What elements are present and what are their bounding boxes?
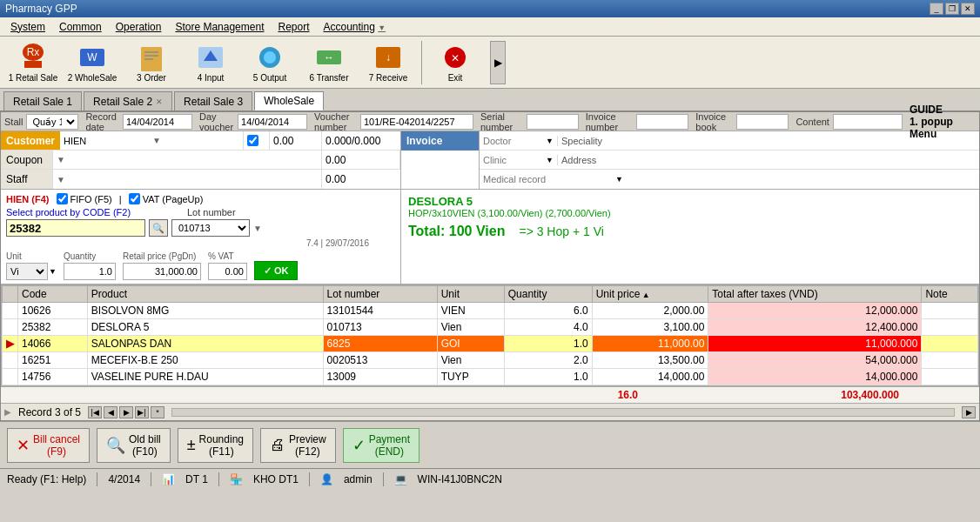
retail-price-input[interactable] bbox=[123, 263, 201, 280]
preview-btn[interactable]: 🖨 Preview (F12) bbox=[260, 428, 336, 463]
col-total[interactable]: Total after taxes (VND) bbox=[708, 286, 922, 303]
old-bill-btn[interactable]: 🔍 Old bill (F10) bbox=[97, 428, 171, 463]
toolbar-input-label: 4 Input bbox=[198, 73, 225, 83]
record-date-input[interactable] bbox=[123, 114, 192, 130]
tab-wholesale[interactable]: WholeSale bbox=[254, 91, 324, 110]
content-input[interactable] bbox=[833, 114, 903, 130]
nav-first[interactable]: |◀ bbox=[88, 406, 102, 418]
medical-record-input[interactable] bbox=[483, 174, 614, 184]
menu-accounting[interactable]: Accounting ▼ bbox=[317, 19, 393, 35]
col-unit[interactable]: Unit bbox=[437, 286, 504, 303]
quantity-input[interactable] bbox=[64, 263, 116, 280]
invoice-number-input[interactable] bbox=[636, 114, 688, 130]
status-sep-2 bbox=[151, 472, 151, 486]
doctor-dropdown-icon[interactable]: ▼ bbox=[546, 137, 554, 145]
table-row[interactable]: ▶ 14066 SALONPAS DAN 6825 GOI 1.0 11,000… bbox=[3, 336, 978, 352]
menu-common[interactable]: Common bbox=[52, 19, 109, 35]
clinic-input[interactable] bbox=[483, 155, 544, 165]
row-unit-price: 11,000.00 bbox=[592, 336, 708, 352]
table-row[interactable]: 16251 MECEFIX-B.E 250 0020513 Vien 2.0 1… bbox=[3, 352, 978, 369]
close-btn[interactable]: ✕ bbox=[961, 3, 975, 15]
toolbar-output[interactable]: 5 Output bbox=[242, 40, 298, 84]
menu-store-management[interactable]: Store Management bbox=[168, 19, 271, 35]
tab-retail-sale-3[interactable]: Retail Sale 3 bbox=[174, 91, 252, 110]
row-quantity: 1.0 bbox=[504, 336, 592, 352]
product-code-input[interactable] bbox=[6, 219, 145, 237]
coupon-amount: 0.00 bbox=[326, 154, 346, 166]
col-unit-price[interactable]: Unit price bbox=[592, 286, 708, 303]
tab-close-2[interactable]: ✕ bbox=[156, 97, 163, 106]
clinic-dropdown-icon[interactable]: ▼ bbox=[546, 156, 554, 164]
bill-cancel-btn[interactable]: ✕ Bill cancel (F9) bbox=[7, 428, 90, 463]
ok-button[interactable]: ✓ OK bbox=[254, 261, 299, 280]
table-row[interactable]: 10626 BISOLVON 8MG 13101544 VIEN 6.0 2,0… bbox=[3, 303, 978, 319]
table-row[interactable]: 14756 VASELINE PURE H.DAU 13009 TUYP 1.0… bbox=[3, 369, 978, 385]
coupon-label: Coupon bbox=[1, 151, 53, 169]
unit-select[interactable]: Vi bbox=[6, 263, 48, 280]
coupon-dropdown[interactable]: ▼ bbox=[57, 155, 65, 164]
row-arrow bbox=[3, 352, 18, 369]
invoice-book-input[interactable] bbox=[736, 114, 789, 130]
medical-record-dropdown-icon[interactable]: ▼ bbox=[615, 175, 623, 184]
nav-scroll-right[interactable]: ▶ bbox=[962, 406, 976, 418]
tab-retail-sale-2[interactable]: Retail Sale 2 ✕ bbox=[84, 91, 172, 110]
vat-pct-input[interactable] bbox=[208, 263, 247, 280]
menu-system[interactable]: System bbox=[3, 19, 52, 35]
col-code[interactable]: Code bbox=[18, 286, 88, 303]
toolbar-order[interactable]: 3 Order bbox=[124, 40, 179, 84]
toolbar-retail-sale[interactable]: Rx 1 Retail Sale bbox=[5, 40, 61, 84]
retail-price-field-group: Retail price (PgDn) bbox=[123, 251, 201, 280]
computer-label: WIN-I41J0BNC2N bbox=[418, 473, 502, 485]
doctor-input[interactable] bbox=[483, 136, 544, 146]
fifo-checkbox[interactable] bbox=[57, 193, 68, 204]
rounding-icon: ± bbox=[187, 436, 196, 454]
nav-next[interactable]: ▶ bbox=[119, 406, 133, 418]
staff-dropdown[interactable]: ▼ bbox=[57, 175, 65, 184]
voucher-number-input[interactable] bbox=[360, 114, 473, 130]
col-lot[interactable]: Lot number bbox=[323, 286, 437, 303]
toolbar-wholesale[interactable]: W 2 WholeSale bbox=[64, 40, 120, 84]
invoice-label: Invoice bbox=[401, 131, 479, 151]
tab-retail-sale-1[interactable]: Retail Sale 1 bbox=[3, 91, 82, 110]
vat-pct-field-group: % VAT bbox=[208, 251, 247, 280]
unit-dropdown-icon[interactable]: ▼ bbox=[49, 267, 57, 276]
nav-prev[interactable]: ◀ bbox=[104, 406, 117, 418]
product-search-btn[interactable]: 🔍 bbox=[149, 219, 168, 237]
customer-name-input[interactable] bbox=[64, 136, 151, 146]
svg-text:↓: ↓ bbox=[386, 51, 391, 64]
serial-number-input[interactable] bbox=[527, 114, 579, 130]
lot-select[interactable]: 010713 bbox=[171, 219, 250, 237]
vat-checkbox[interactable] bbox=[129, 193, 140, 204]
table-row[interactable]: 25382 DESLORA 5 010713 Vien 4.0 3,100.00… bbox=[3, 319, 978, 336]
toolbar-collapse-btn[interactable]: ▶ bbox=[490, 41, 506, 84]
day-voucher-input[interactable] bbox=[238, 114, 307, 130]
payment-btn[interactable]: ✓ Payment (END) bbox=[343, 428, 420, 463]
voucher-number-field: Voucher number bbox=[314, 111, 473, 132]
nav-last[interactable]: ▶| bbox=[135, 406, 149, 418]
toolbar-transfer[interactable]: ↔ 6 Transfer bbox=[301, 40, 357, 84]
col-product[interactable]: Product bbox=[87, 286, 323, 303]
row-quantity: 4.0 bbox=[504, 319, 592, 336]
toolbar-receive[interactable]: ↓ 7 Receive bbox=[360, 40, 416, 84]
horizontal-scrollbar[interactable] bbox=[171, 408, 955, 417]
row-total: 12,400.000 bbox=[708, 319, 922, 336]
staff-label: Staff bbox=[1, 170, 53, 189]
nav-new[interactable]: * bbox=[151, 406, 164, 418]
customer-dropdown[interactable]: ▼ bbox=[152, 136, 161, 145]
svg-point-12 bbox=[264, 51, 276, 64]
restore-btn[interactable]: ❐ bbox=[945, 3, 959, 15]
col-note[interactable]: Note bbox=[922, 286, 978, 303]
vat-checkbox-label[interactable]: VAT (PageUp) bbox=[129, 193, 204, 204]
toolbar-input[interactable]: 4 Input bbox=[183, 40, 238, 84]
minimize-btn[interactable]: _ bbox=[930, 3, 943, 15]
toolbar-exit[interactable]: ✕ Exit bbox=[427, 40, 483, 84]
menu-report[interactable]: Report bbox=[271, 19, 316, 35]
customer-checkbox[interactable] bbox=[247, 135, 258, 146]
stall-select[interactable]: Quầy 1 bbox=[26, 114, 78, 130]
menu-operation[interactable]: Operation bbox=[109, 19, 169, 35]
col-quantity[interactable]: Quantity bbox=[504, 286, 592, 303]
fifo-checkbox-label[interactable]: FIFO (F5) bbox=[57, 193, 112, 204]
dropdown-arrow-lot[interactable]: ▼ bbox=[253, 224, 262, 233]
svg-text:✕: ✕ bbox=[451, 52, 460, 64]
rounding-btn[interactable]: ± Rounding (F11) bbox=[178, 428, 253, 463]
